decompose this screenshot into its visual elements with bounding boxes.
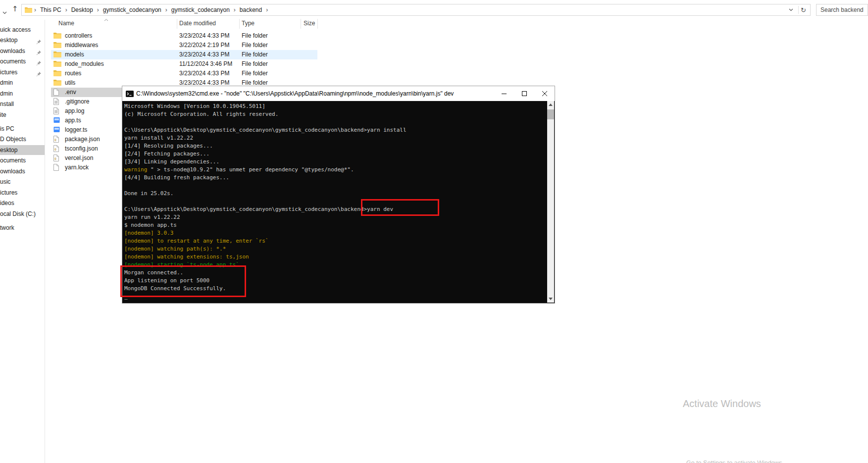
sidebar-item-ocal-disk-c-[interactable]: ocal Disk (C:) <box>0 209 45 219</box>
sidebar-item-ownloads[interactable]: ownloads <box>0 46 45 56</box>
address-history-chevron-icon[interactable] <box>2 7 7 16</box>
pin-icon <box>36 49 42 56</box>
terminal-text: " > ts-node@10.9.2" has unmet peer depen… <box>147 166 354 173</box>
file-type: File folder <box>242 31 268 41</box>
file-icon <box>53 89 59 96</box>
file-date-modified: 11/12/2024 3:46 PM <box>179 59 232 69</box>
svg-text:0: 0 <box>54 148 56 152</box>
column-headers: NameDate modifiedTypeSize <box>50 19 319 29</box>
sidebar-item-ite[interactable]: ite <box>0 110 45 120</box>
sidebar-item-label: dmin <box>0 90 13 97</box>
file-type: File folder <box>242 41 268 50</box>
file-type: File folder <box>242 59 268 69</box>
sidebar-item-ictures[interactable]: ictures <box>0 67 45 77</box>
sidebar-item-label: ownloads <box>0 48 25 54</box>
column-header-type[interactable]: Type <box>242 20 255 27</box>
breadcrumb-segment[interactable]: gymstick_codecanyon <box>100 6 164 13</box>
activate-windows-watermark: Activate Windows <box>683 398 761 410</box>
sidebar-item-label: D Objects <box>0 136 26 143</box>
file-name: routes <box>65 69 81 78</box>
breadcrumb-chevron-icon[interactable]: › <box>265 6 269 13</box>
sidebar-item-ocuments[interactable]: ocuments <box>0 56 45 66</box>
file-name: package.json <box>65 135 100 144</box>
sidebar-item-label: esktop <box>0 37 17 44</box>
file-row-middlewares[interactable]: middlewares3/22/2024 2:19 PMFile folder <box>51 41 317 50</box>
pin-icon <box>36 38 42 45</box>
refresh-icon[interactable]: ↻ <box>801 6 806 14</box>
sidebar-item-uick-access[interactable]: uick access <box>0 25 45 35</box>
sidebar-item-ocuments[interactable]: ocuments <box>0 155 45 165</box>
file-row-node_modules[interactable]: node_modules11/12/2024 3:46 PMFile folde… <box>51 59 317 69</box>
sidebar-item-esktop[interactable]: esktop <box>0 35 45 45</box>
column-header-size[interactable]: Size <box>304 20 315 27</box>
terminal-text: [nodemon] watching path(s): *.* <box>124 246 226 252</box>
breadcrumb-segment[interactable]: This PC <box>37 6 64 13</box>
sidebar-item-esktop[interactable]: esktop <box>0 145 45 155</box>
file-date-modified: 3/23/2024 4:33 PM <box>179 69 229 78</box>
breadcrumb-segment[interactable]: backend <box>237 6 265 13</box>
sidebar-item-label: ideos <box>0 200 14 206</box>
column-header-date-modified[interactable]: Date modified <box>179 20 216 27</box>
terminal-line: [nodemon] watching extensions: ts,json <box>124 253 547 261</box>
sidebar-item-label: ictures <box>0 189 17 196</box>
close-button[interactable] <box>534 86 555 101</box>
file-row-models[interactable]: models3/23/2024 4:33 PMFile folder <box>51 50 317 59</box>
terminal-text: [nodemon] to restart at any time, enter … <box>124 238 268 244</box>
breadcrumb-chevron-icon[interactable]: › <box>164 6 168 13</box>
svg-text:0: 0 <box>54 157 56 161</box>
search-input[interactable] <box>816 4 868 16</box>
terminal-text: [nodemon] watching extensions: ts,json <box>124 254 249 260</box>
sidebar-item-is-pc[interactable]: is PC <box>0 124 45 134</box>
activate-windows-watermark-line2: Go to Settings to activate Windows. <box>686 460 784 463</box>
folder-icon <box>53 42 61 48</box>
file-row-routes[interactable]: routes3/23/2024 4:33 PMFile folder <box>51 69 317 78</box>
sidebar-item-label: uick access <box>0 26 31 33</box>
cmd-title: C:\Windows\system32\cmd.exe - "node" "C:… <box>136 90 494 97</box>
maximize-button[interactable] <box>514 86 534 101</box>
sidebar-item-usic[interactable]: usic <box>0 177 45 187</box>
terminal-line: Done in 25.02s. <box>124 190 547 198</box>
cmd-titlebar[interactable]: C:\Windows\system32\cmd.exe - "node" "C:… <box>122 86 555 101</box>
sidebar-item-d-objects[interactable]: D Objects <box>0 134 45 144</box>
sidebar-item-label: ite <box>0 111 6 118</box>
scroll-up-icon[interactable] <box>549 103 553 106</box>
terminal-text: [2/4] Fetching packages... <box>124 151 209 157</box>
minimize-button[interactable] <box>494 86 514 101</box>
terminal-line: [1/4] Resolving packages... <box>124 142 547 150</box>
sidebar-item-ownloads[interactable]: ownloads <box>0 166 45 176</box>
file-row-controllers[interactable]: controllers3/23/2024 4:33 PMFile folder <box>51 31 317 41</box>
terminal-text: warning <box>124 166 147 173</box>
terminal-scrollbar[interactable] <box>547 101 554 303</box>
column-separator <box>301 19 301 29</box>
sidebar-item-ictures[interactable]: ictures <box>0 188 45 198</box>
breadcrumb-chevron-icon[interactable]: › <box>64 6 68 13</box>
terminal-line: $ nodemon app.ts <box>124 221 547 229</box>
sidebar-item-dmin[interactable]: dmin <box>0 89 45 99</box>
breadcrumb: ›This PC›Desktop›gymstick_codecanyon›gym… <box>33 6 786 13</box>
scroll-thumb[interactable] <box>547 109 554 119</box>
sidebar-item-dmin[interactable]: dmin <box>0 78 45 88</box>
sidebar-item-ideos[interactable]: ideos <box>0 198 45 208</box>
breadcrumb-segment[interactable]: Desktop <box>68 6 96 13</box>
breadcrumb-chevron-icon[interactable]: › <box>33 6 37 13</box>
address-bar[interactable]: ›This PC›Desktop›gymstick_codecanyon›gym… <box>21 4 811 16</box>
sidebar-item-label: ocuments <box>0 157 26 164</box>
breadcrumb-segment[interactable]: gymstick_codecanyon <box>168 6 233 13</box>
terminal-text: Microsoft Windows [Version 10.0.19045.50… <box>124 103 265 109</box>
sidebar-item-twork[interactable]: twork <box>0 223 45 233</box>
column-header-name[interactable]: Name <box>58 20 74 27</box>
sidebar-item-label: usic <box>0 178 10 185</box>
sidebar-item-label: ocuments <box>0 58 26 65</box>
file-date-modified: 3/23/2024 4:33 PM <box>179 50 229 59</box>
file-name: node_modules <box>65 59 104 69</box>
scroll-down-icon[interactable] <box>549 298 553 300</box>
terminal-text: yarn install v1.22.22 <box>124 135 193 141</box>
breadcrumb-chevron-icon[interactable]: › <box>96 6 100 13</box>
file-icon: 0 <box>53 136 59 143</box>
folder-icon <box>53 60 61 67</box>
up-arrow-button[interactable]: ↑ <box>12 4 18 13</box>
terminal-text: Done in 25.02s. <box>124 190 173 197</box>
address-dropdown-icon[interactable] <box>789 8 793 11</box>
breadcrumb-chevron-icon[interactable]: › <box>233 6 237 13</box>
sidebar-item-nstall[interactable]: nstall <box>0 99 45 109</box>
